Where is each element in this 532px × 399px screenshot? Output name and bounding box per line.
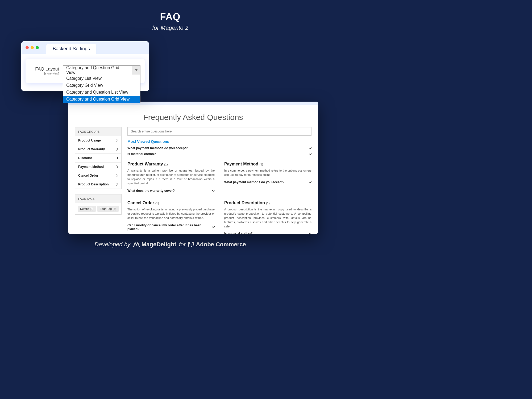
svg-point-0: [139, 246, 140, 247]
question-row[interactable]: What payment methods do you accept?: [127, 146, 311, 150]
category-count: (1): [266, 202, 269, 205]
category-title: Product Description (1): [224, 201, 311, 205]
sidebar-item-label: Discount: [78, 156, 92, 160]
faq-layout-dropdown: Category List View Category Grid View Ca…: [63, 75, 140, 103]
faqs-groups-box: FAQS GROUPS Product Usage Product Warran…: [75, 127, 122, 189]
category-description: The action of revoking or terminating a …: [127, 207, 215, 220]
search-input[interactable]: Search entire questions here...: [127, 127, 311, 136]
category-count: (1): [259, 163, 263, 166]
sidebar-item-product-usage[interactable]: Product Usage: [75, 136, 121, 145]
category-count: (1): [155, 202, 159, 205]
chevron-right-icon: [117, 165, 118, 168]
adobe-commerce-logo: Adobe Commerce: [188, 241, 246, 248]
select-value: Category and Question Grid View: [63, 65, 132, 75]
page-subtitle: for Magento 2: [0, 24, 340, 31]
window-titlebar: Backend Settings: [21, 41, 149, 54]
faqs-tags-header: FAQS TAGS: [75, 194, 121, 203]
category-title: Product Warranty (1): [127, 162, 215, 167]
close-icon[interactable]: [26, 46, 29, 49]
category-product-warranty: Product Warranty (1) A warranty is a wri…: [127, 162, 215, 195]
faq-layout-select[interactable]: Category and Question Grid View: [63, 65, 140, 75]
sidebar-item-label: Product Warranty: [78, 147, 105, 151]
page-title: FAQ: [0, 11, 340, 22]
sidebar: FAQS GROUPS Product Usage Product Warran…: [75, 127, 122, 234]
sidebar-item-label: Payment Method: [78, 165, 104, 169]
main-content: Search entire questions here... Most Vie…: [127, 127, 311, 234]
chevron-down-icon: [132, 66, 140, 75]
question-text: Is material cotton?: [127, 152, 156, 156]
category-count: (1): [164, 163, 168, 166]
frontend-faq-window: Frequently Asked Questions FAQS GROUPS P…: [68, 102, 318, 234]
dropdown-option[interactable]: Category List View: [63, 75, 140, 82]
settings-panel: FAQ Layout [store view] Category and Que…: [26, 59, 145, 83]
chevron-right-icon: [117, 139, 118, 142]
question-row[interactable]: What does the warranty cover?: [127, 189, 215, 193]
category-payment-method: Payment Method (1) In e-commerce, a paym…: [224, 162, 311, 195]
question-text: What payment methods do you accept?: [224, 180, 285, 184]
sidebar-item-label: Product Description: [78, 182, 109, 186]
question-text: What payment methods do you accept?: [127, 146, 188, 150]
maximize-icon[interactable]: [36, 46, 39, 49]
question-text: Can I modify or cancel my order after it…: [127, 223, 202, 231]
traffic-lights: [26, 46, 39, 49]
tag-faqs-tag[interactable]: Faqs Tag (4): [97, 206, 119, 212]
dropdown-option[interactable]: Category Grid View: [63, 82, 140, 89]
question-row[interactable]: Is material cotton?: [224, 232, 311, 234]
chevron-down-icon: [309, 153, 311, 155]
field-scope: [store view]: [30, 72, 59, 75]
category-description: In e-commerce, a payment method refers t…: [224, 169, 311, 177]
sidebar-item-product-description[interactable]: Product Description: [75, 180, 121, 189]
chevron-down-icon: [309, 181, 311, 183]
question-row[interactable]: Is material cotton?: [127, 152, 311, 156]
tab-backend-settings[interactable]: Backend Settings: [46, 44, 96, 54]
field-label: FAQ Layout: [35, 66, 59, 72]
footer-developed-by: Developed by: [94, 241, 130, 248]
sidebar-item-product-warranty[interactable]: Product Warranty: [75, 145, 121, 154]
chevron-down-icon: [309, 233, 311, 234]
magedelight-logo: MageDelight: [133, 241, 176, 248]
backend-settings-window: Backend Settings FAQ Layout [store view]…: [21, 41, 149, 91]
chevron-right-icon: [117, 183, 118, 186]
chevron-down-icon: [212, 190, 215, 192]
adobe-icon: [188, 242, 194, 247]
chevron-right-icon: [117, 148, 118, 151]
chevron-right-icon: [117, 157, 118, 159]
category-description: A warranty is a written promise or guara…: [127, 169, 215, 186]
faqs-groups-header: FAQS GROUPS: [75, 127, 121, 136]
minimize-icon[interactable]: [31, 46, 34, 49]
sidebar-item-cancel-order[interactable]: Cancel Order: [75, 171, 121, 180]
chevron-down-icon: [309, 147, 311, 149]
faqs-tags-box: FAQS TAGS Details (0) Faqs Tag (4): [75, 194, 122, 215]
chevron-down-icon: [212, 226, 215, 228]
sidebar-item-label: Product Usage: [78, 139, 101, 142]
dropdown-option-selected[interactable]: Category and Question Grid View: [63, 96, 140, 103]
category-cancel-order: Cancel Order (1) The action of revoking …: [127, 201, 215, 234]
category-product-description: Product Description (1) A product descri…: [224, 201, 311, 234]
footer-for: for: [179, 241, 186, 248]
question-row[interactable]: What payment methods do you accept?: [224, 180, 311, 184]
sidebar-item-payment-method[interactable]: Payment Method: [75, 163, 121, 171]
category-title: Payment Method (1): [224, 162, 311, 167]
tag-details[interactable]: Details (0): [78, 206, 96, 212]
most-viewed-heading: Most Viewed Questions: [127, 139, 311, 144]
chevron-right-icon: [117, 174, 118, 177]
page-header: FAQ for Magento 2: [0, 0, 340, 31]
footer: Developed by MageDelight for Adobe Comme…: [0, 241, 340, 248]
magedelight-icon: [133, 242, 140, 247]
field-label-wrap: FAQ Layout [store view]: [30, 65, 59, 75]
sidebar-item-label: Cancel Order: [78, 174, 98, 177]
question-text: Is material cotton?: [224, 232, 253, 234]
category-description: A product description is the marketing c…: [224, 207, 311, 229]
faq-page-title: Frequently Asked Questions: [68, 113, 318, 122]
question-text: What does the warranty cover?: [127, 189, 175, 193]
sidebar-item-discount[interactable]: Discount: [75, 154, 121, 163]
category-title: Cancel Order (1): [127, 201, 215, 205]
question-row[interactable]: Can I modify or cancel my order after it…: [127, 223, 215, 231]
dropdown-option[interactable]: Category and Question List View: [63, 89, 140, 96]
